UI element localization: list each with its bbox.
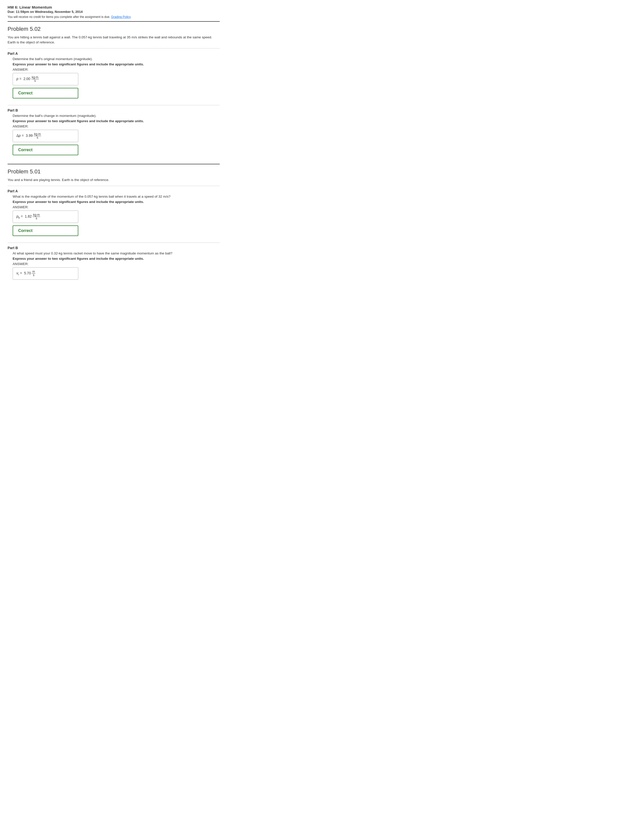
part-502-b-answer-label: ANSWER: — [13, 124, 220, 128]
part-501-b: Part B At what speed must your 0.32-kg t… — [8, 246, 220, 282]
part-501-a-answer-label: ANSWER: — [13, 205, 220, 209]
problem-502: Problem 5.02 You are hitting a tennis ba… — [8, 26, 220, 159]
part-502-b-label: Part B — [8, 108, 220, 113]
part-501-b-label: Part B — [8, 246, 220, 250]
part-501-a-correct: Correct — [13, 225, 78, 236]
part-501-b-desc: At what speed must your 0.32-kg tennis r… — [13, 251, 220, 255]
part-501-a-desc: What is the magnitude of the momentum of… — [13, 195, 220, 198]
part-501-b-express: Express your answer to two significant f… — [13, 257, 220, 261]
part-502-a-answer-box: p = 2.00 kg·m s — [13, 73, 78, 85]
problem-501-title: Problem 5.01 — [8, 168, 220, 175]
divider-501-a — [8, 186, 220, 186]
part-502-a-express: Express your answer to two significant f… — [13, 62, 220, 66]
part-502-b-desc: Determine the ball's change in momentum … — [13, 114, 220, 117]
hw-due: Due: 11:59pm on Wednesday, November 5, 2… — [8, 10, 220, 14]
part-502-a-label: Part A — [8, 51, 220, 56]
hw-header: HW 6: Linear Momentum Due: 11:59pm on We… — [8, 5, 220, 19]
part-502-a-formula: p = 2.00 kg·m s — [16, 77, 39, 81]
part-502-b-formula: Δp = 3.99 kg·m s — [16, 133, 41, 138]
part-501-a: Part A What is the magnitude of the mome… — [8, 189, 220, 240]
part-501-a-express: Express your answer to two significant f… — [13, 200, 220, 204]
problem-501: Problem 5.01 You and a friend are playin… — [8, 168, 220, 282]
policy-text: You will receive no credit for items you… — [8, 15, 110, 19]
part-502-b: Part B Determine the ball's change in mo… — [8, 108, 220, 159]
part-501-a-unit: kg·m s — [32, 213, 40, 220]
hw-policy: You will receive no credit for items you… — [8, 15, 220, 19]
part-501-b-answer-box: vr = 5.70 m s — [13, 267, 78, 280]
divider-502-a — [8, 48, 220, 48]
part-502-a: Part A Determine the ball's original mom… — [8, 51, 220, 102]
part-502-b-express: Express your answer to two significant f… — [13, 119, 220, 123]
part-502-a-desc: Determine the ball's original momentum (… — [13, 57, 220, 61]
part-501-b-unit: m s — [32, 270, 35, 277]
main-divider — [8, 21, 220, 22]
part-502-a-answer-label: ANSWER: — [13, 68, 220, 71]
part-502-b-answer-box: Δp = 3.99 kg·m s — [13, 130, 78, 142]
part-501-a-formula: pb = 1.82 kg·m s — [16, 214, 40, 218]
grading-policy-link[interactable]: Grading Policy — [111, 15, 131, 19]
problem-502-desc: You are hitting a tennis ball against a … — [8, 35, 220, 45]
part-501-a-label: Part A — [8, 189, 220, 193]
problem-501-desc: You and a friend are playing tennis. Ear… — [8, 177, 220, 182]
hw-title: HW 6: Linear Momentum — [8, 5, 220, 9]
divider-502-b — [8, 105, 220, 105]
part-501-a-answer-box: pb = 1.82 kg·m s — [13, 211, 78, 223]
part-502-a-correct: Correct — [13, 88, 78, 98]
part-501-b-formula: vr = 5.70 m s — [16, 271, 35, 275]
part-502-b-correct: Correct — [13, 145, 78, 155]
part-502-a-unit: kg·m s — [31, 76, 39, 82]
main-divider-2 — [8, 164, 220, 164]
part-501-b-answer-label: ANSWER: — [13, 262, 220, 266]
problem-502-title: Problem 5.02 — [8, 26, 220, 32]
part-502-b-unit: kg·m s — [34, 132, 41, 139]
divider-501-b — [8, 243, 220, 243]
